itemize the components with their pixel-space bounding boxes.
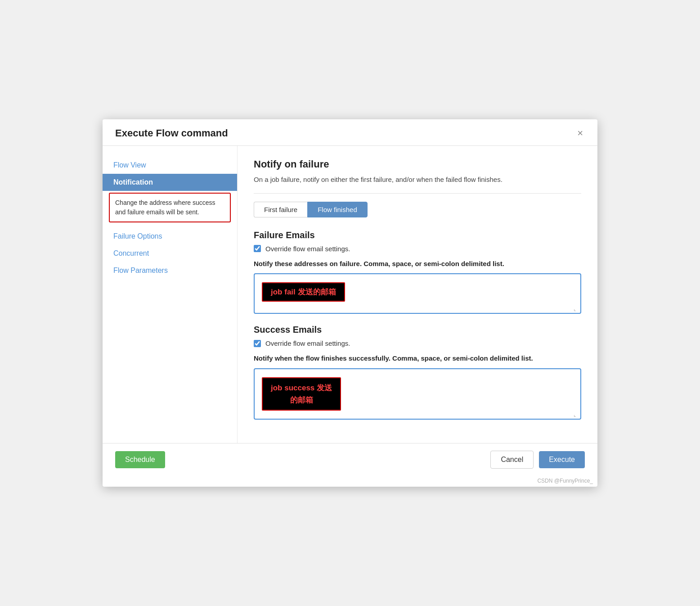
sidebar-item-flow-parameters[interactable]: Flow Parameters — [103, 262, 237, 279]
notification-description: Change the address where success and fai… — [109, 193, 231, 222]
failure-emails-textarea-wrapper[interactable]: job fail 发送的邮箱 ⌞ — [254, 273, 581, 314]
success-emails-title: Success Emails — [254, 325, 581, 335]
modal-header: Execute Flow command × — [103, 119, 597, 146]
close-button[interactable]: × — [575, 128, 585, 138]
execute-button[interactable]: Execute — [539, 451, 585, 468]
notify-on-failure-desc: On a job failure, notify on either the f… — [254, 175, 581, 185]
notify-on-failure-title: Notify on failure — [254, 158, 581, 170]
success-override-row: Override flow email settings. — [254, 339, 581, 347]
resize-handle-failure: ⌞ — [574, 306, 579, 312]
failure-emails-annotation: job fail 发送的邮箱 — [262, 282, 345, 302]
success-emails-section: Success Emails Override flow email setti… — [254, 325, 581, 420]
toggle-buttons: First failure Flow finished — [254, 202, 581, 217]
success-emails-annotation: job success 发送 的邮箱 — [262, 377, 341, 411]
toggle-first-failure[interactable]: First failure — [254, 202, 307, 217]
sidebar-item-notification[interactable]: Notification — [103, 174, 237, 191]
failure-override-row: Override flow email settings. — [254, 245, 581, 253]
modal-title: Execute Flow command — [115, 127, 228, 139]
sidebar-item-flow-view[interactable]: Flow View — [103, 157, 237, 174]
sidebar-item-failure-options[interactable]: Failure Options — [103, 228, 237, 245]
footer-right: Cancel Execute — [490, 451, 585, 469]
failure-emails-section: Failure Emails Override flow email setti… — [254, 230, 581, 314]
modal-footer: Schedule Cancel Execute — [103, 443, 597, 476]
failure-override-checkbox[interactable] — [254, 245, 261, 252]
failure-emails-title: Failure Emails — [254, 230, 581, 240]
success-override-checkbox[interactable] — [254, 340, 261, 347]
divider — [254, 193, 581, 194]
schedule-button[interactable]: Schedule — [115, 451, 165, 468]
modal-body: Flow View Notification Change the addres… — [103, 146, 597, 443]
cancel-button[interactable]: Cancel — [490, 451, 534, 469]
failure-notify-label: Notify these addresses on failure. Comma… — [254, 259, 581, 269]
main-content: Notify on failure On a job failure, noti… — [238, 146, 597, 443]
resize-handle-success: ⌞ — [574, 412, 579, 417]
sidebar-item-concurrent[interactable]: Concurrent — [103, 245, 237, 262]
success-emails-textarea-wrapper[interactable]: job success 发送 的邮箱 ⌞ — [254, 368, 581, 420]
execute-flow-modal: Execute Flow command × Flow View Notific… — [103, 119, 597, 487]
failure-override-label: Override flow email settings. — [265, 245, 350, 253]
watermark: CSDN @FunnyPrince_ — [103, 476, 597, 487]
notify-on-failure-section: Notify on failure On a job failure, noti… — [254, 158, 581, 217]
toggle-flow-finished[interactable]: Flow finished — [307, 202, 368, 217]
success-notify-label: Notify when the flow finishes successful… — [254, 353, 581, 364]
sidebar: Flow View Notification Change the addres… — [103, 146, 238, 443]
success-override-label: Override flow email settings. — [265, 339, 350, 347]
